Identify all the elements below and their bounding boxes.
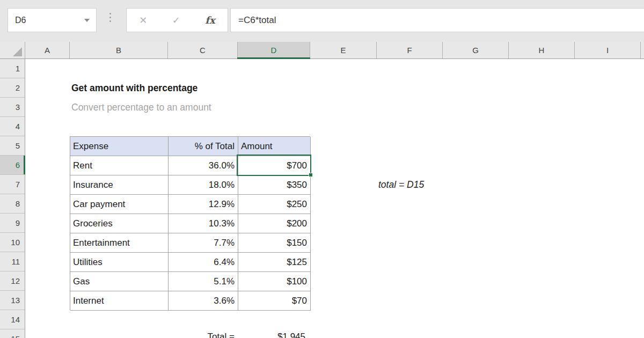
cell-amount-7[interactable]: $350 — [238, 175, 311, 195]
column-header-a[interactable]: A — [25, 42, 70, 58]
cell-pct-9[interactable]: 10.3% — [169, 214, 238, 233]
chevron-down-icon[interactable] — [84, 19, 90, 22]
cell-amount-10[interactable]: $150 — [238, 233, 311, 253]
cell-c15-total-label[interactable]: Total = — [168, 329, 238, 338]
cell-amount-9[interactable]: $200 — [238, 214, 311, 233]
column-header-c[interactable]: C — [168, 42, 238, 58]
formula-text: =C6*total — [231, 15, 276, 26]
row-header-10[interactable]: 10 — [0, 233, 25, 252]
enter-icon[interactable]: ✓ — [172, 16, 180, 25]
select-all-button[interactable] — [0, 42, 25, 58]
column-header-g[interactable]: G — [443, 42, 509, 58]
table-header-expense[interactable]: Expense — [70, 137, 169, 156]
row-header-4[interactable]: 4 — [0, 117, 25, 136]
cell-expense-9[interactable]: Groceries — [70, 214, 169, 233]
table-header-amount[interactable]: Amount — [238, 137, 311, 156]
cell-expense-12[interactable]: Gas — [70, 272, 169, 291]
cell-d15-total-value[interactable]: $1,945 — [238, 329, 308, 338]
column-header-strip: ABCDEFGHI — [0, 42, 644, 59]
cell-pct-10[interactable]: 7.7% — [169, 233, 238, 253]
column-header-b[interactable]: B — [70, 42, 168, 58]
cell-expense-8[interactable]: Car payment — [70, 195, 169, 214]
name-box[interactable]: D6 — [8, 8, 97, 32]
cell-f7-annotation[interactable]: total = D15 — [378, 175, 424, 194]
cell-expense-7[interactable]: Insurance — [70, 175, 169, 195]
cell-amount-8[interactable]: $250 — [238, 195, 311, 214]
name-box-value: D6 — [8, 16, 84, 25]
formula-bar[interactable]: =C6*total — [230, 8, 644, 32]
sheet-area: Get amount with percentage Convert perce… — [25, 59, 644, 338]
drag-handle-icon — [109, 13, 111, 22]
selection-border — [237, 155, 311, 176]
row-header-13[interactable]: 13 — [0, 291, 25, 310]
cell-expense-10[interactable]: Entertainment — [70, 233, 169, 253]
excel-window: D6 ✕ ✓ fx =C6*total ABCDEFGHI 1234567891… — [0, 0, 644, 338]
row-header-1[interactable]: 1 — [0, 59, 25, 78]
column-header-h[interactable]: H — [509, 42, 575, 58]
row-header-5[interactable]: 5 — [0, 136, 25, 156]
cell-expense-13[interactable]: Internet — [70, 291, 169, 311]
totals-row: Total = $1,945 — [70, 329, 310, 338]
cell-pct-8[interactable]: 12.9% — [169, 195, 238, 214]
cell-expense-6[interactable]: Rent — [70, 156, 169, 175]
formula-bar-chrome: D6 ✕ ✓ fx =C6*total — [0, 0, 644, 42]
cell-pct-7[interactable]: 18.0% — [169, 175, 238, 195]
cell-amount-12[interactable]: $100 — [238, 272, 311, 291]
column-header-e[interactable]: E — [310, 42, 377, 58]
row-header-11[interactable]: 11 — [0, 252, 25, 271]
cell-amount-13[interactable]: $70 — [238, 291, 311, 311]
column-header-d[interactable]: D — [238, 42, 310, 58]
row-header-15[interactable]: 15 — [0, 329, 25, 338]
cell-pct-11[interactable]: 6.4% — [169, 253, 238, 272]
table-header-pct-of-total[interactable]: % of Total — [169, 137, 238, 156]
row-header-6[interactable]: 6 — [0, 156, 25, 175]
cell-b3-subtitle[interactable]: Convert percentage to an amount — [70, 98, 211, 117]
column-header-f[interactable]: F — [377, 42, 443, 58]
column-header-i[interactable]: I — [575, 42, 641, 58]
formula-button-group: ✕ ✓ fx — [126, 8, 228, 32]
cell-pct-13[interactable]: 3.6% — [169, 291, 238, 311]
cancel-icon[interactable]: ✕ — [139, 16, 147, 25]
cell-pct-12[interactable]: 5.1% — [169, 272, 238, 291]
cell-amount-11[interactable]: $125 — [238, 253, 311, 272]
row-header-12[interactable]: 12 — [0, 271, 25, 291]
select-all-triangle-icon — [13, 47, 22, 56]
row-header-strip: 123456789101112131415 — [0, 59, 25, 338]
row-header-3[interactable]: 3 — [0, 98, 25, 117]
row-header-9[interactable]: 9 — [0, 214, 25, 233]
cell-expense-11[interactable]: Utilities — [70, 253, 169, 272]
row-header-2[interactable]: 2 — [0, 78, 25, 98]
insert-function-icon[interactable]: fx — [205, 16, 215, 25]
row-header-7[interactable]: 7 — [0, 175, 25, 194]
cell-pct-6[interactable]: 36.0% — [169, 156, 238, 175]
row-header-8[interactable]: 8 — [0, 194, 25, 214]
row-header-14[interactable]: 14 — [0, 310, 25, 329]
cell-b2-title[interactable]: Get amount with percentage — [70, 78, 197, 98]
fill-handle[interactable] — [309, 173, 313, 177]
